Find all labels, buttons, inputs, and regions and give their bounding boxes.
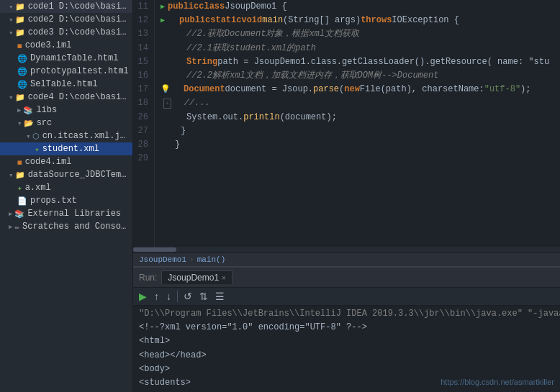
run-toolbar: ▶ ↑ ↓ ↺ ⇅ ☰	[133, 288, 560, 306]
code-hscroll[interactable]	[133, 247, 560, 252]
run-tab-close[interactable]: ×	[222, 274, 226, 282]
sidebar-item-code2[interactable]: 📁 code2 D:\code\basic-c	[0, 13, 132, 26]
sidebar-item-label: code4 D:\code\basic-c	[28, 92, 130, 102]
sidebar-item-label: props.txt	[30, 196, 77, 206]
warn-icon-17: 💡	[161, 83, 171, 96]
sidebar-item-label: SelTable.html	[30, 79, 98, 89]
run-arrow-11[interactable]: ▶	[161, 1, 165, 13]
code-line-17: 💡 Document document = Jsoup.parse(new Fi…	[161, 83, 560, 96]
iml-icon: ◼	[17, 41, 22, 50]
run-label: Run:	[139, 273, 157, 283]
folder-icon: 📁	[15, 170, 25, 180]
sidebar-item-a-xml[interactable]: ✦ a.xml	[0, 181, 132, 194]
code-line-15: String path = JsoupDemo1.class.getClassL…	[161, 55, 560, 69]
code-area: 11 12 13 14 15 16 17 18 26 27 28 29 ▶ pu…	[133, 0, 560, 247]
sidebar-item-student-xml[interactable]: ✦ student.xml	[0, 142, 132, 155]
code-line-28: }	[161, 138, 560, 152]
sidebar-item-cn-itcast[interactable]: ⬡ cn.itcast.xml.jsoup	[0, 129, 132, 142]
output-line-4: <body>	[139, 363, 554, 376]
line-numbers: 11 12 13 14 15 16 17 18 26 27 28 29	[133, 0, 155, 247]
output-line-3: <head></head>	[139, 349, 554, 363]
rerun-button[interactable]: ↺	[181, 289, 195, 304]
run-panel: Run: JsoupDemo1 × ▶ ↑ ↓ ↺ ⇅ ☰ "D:\\Progr…	[133, 266, 560, 392]
sidebar-item-libs[interactable]: 📚 libs	[0, 104, 132, 117]
sidebar-item-label: a.xml	[25, 183, 51, 193]
code-line-11: ▶ public class JsoupDemo1 {	[161, 0, 560, 14]
main-panel: 11 12 13 14 15 16 17 18 26 27 28 29 ▶ pu…	[133, 0, 560, 392]
code-line-14: //2.1获取student.xml的path	[161, 42, 560, 55]
sidebar-item-ext-libs[interactable]: 📚 External Libraries	[0, 207, 132, 220]
txt-icon: 📄	[17, 196, 27, 206]
sidebar-item-props-txt[interactable]: 📄 props.txt	[0, 194, 132, 207]
breadcrumb-sep: ›	[189, 255, 194, 264]
output-line-1: <!--?xml version="1.0" encoding="UTF-8" …	[139, 321, 554, 334]
toolbar-separator	[177, 291, 178, 302]
sidebar-item-label: prototypaltest.html	[30, 66, 129, 76]
run-tab-label: JsoupDemo1	[168, 273, 219, 283]
sidebar-item-datasource[interactable]: 📁 dataSource_JDBCTempl	[0, 168, 132, 181]
run-button[interactable]: ▶	[136, 289, 150, 304]
package-icon: ⬡	[32, 132, 40, 141]
sidebar-item-code4[interactable]: 📁 code4 D:\code\basic-c	[0, 91, 132, 104]
sidebar-item-label: student.xml	[42, 144, 99, 154]
sidebar-item-label: code4.iml	[25, 157, 72, 167]
folder-icon: 📁	[15, 15, 25, 24]
folder-icon: 📁	[15, 93, 25, 102]
code-hscroll-thumb[interactable]	[133, 247, 176, 252]
scroll-up-button[interactable]: ↑	[151, 289, 162, 304]
watermark: https://blog.csdn.net/asmartkiller	[441, 376, 554, 389]
folder-icon: 📁	[15, 2, 25, 12]
code-line-13: //2.获取Document对象，根据xml文档获取	[161, 27, 560, 41]
folder-icon: 📂	[24, 119, 34, 128]
code-line-18: + //...	[161, 96, 560, 110]
menu-button[interactable]: ☰	[212, 289, 227, 304]
sidebar-item-label: External Libraries	[27, 209, 121, 219]
sidebar-item-label: libs	[36, 105, 57, 115]
code-content[interactable]: ▶ public class JsoupDemo1 { ▶ public sta…	[155, 0, 560, 247]
sidebar-item-label: code1 D:\code\basic-c	[28, 1, 130, 12]
ext-libs-icon: 📚	[14, 209, 24, 219]
folder-icon: 📁	[15, 28, 25, 37]
xml-icon: ✦	[17, 183, 22, 193]
sidebar-item-dynamic-table[interactable]: 🌐 DynamicTable.html	[0, 52, 132, 65]
html-icon: 🌐	[17, 67, 27, 76]
code-line-27: }	[161, 124, 560, 138]
scroll-down-button[interactable]: ↓	[163, 289, 174, 304]
sort-button[interactable]: ⇅	[197, 289, 211, 304]
run-tab-jsoupdemo1[interactable]: JsoupDemo1 ×	[161, 270, 232, 284]
sidebar: 📁 code1 D:\code\basic-c 📁 code2 D:\code\…	[0, 0, 133, 392]
sidebar-item-label: DynamicTable.html	[30, 53, 118, 63]
code-editor: 11 12 13 14 15 16 17 18 26 27 28 29 ▶ pu…	[133, 0, 560, 266]
run-arrow-12[interactable]: ▶	[161, 15, 165, 27]
libs-icon: 📚	[23, 106, 33, 115]
iml-icon: ◼	[17, 158, 22, 167]
fold-icon-18[interactable]: +	[163, 99, 171, 109]
sidebar-item-prototypetest[interactable]: 🌐 prototypaltest.html	[0, 65, 132, 78]
sidebar-item-code3-iml[interactable]: ◼ code3.iml	[0, 39, 132, 52]
breadcrumb-bar: JsoupDemo1 › main()	[133, 252, 560, 266]
sidebar-item-label: code2 D:\code\basic-c	[28, 14, 130, 24]
scratches-icon: ✏	[14, 222, 19, 232]
breadcrumb-file[interactable]: JsoupDemo1	[139, 255, 186, 264]
sidebar-item-scratches[interactable]: ✏ Scratches and Consoles	[0, 220, 132, 233]
sidebar-item-code4-iml[interactable]: ◼ code4.iml	[0, 155, 132, 168]
output-line-0: "D:\\Program Files\\JetBrains\\IntelliJ …	[139, 307, 554, 321]
code-line-16: //2.2解析xml文档，加载文档进内存，获取DOM树-->Document	[161, 69, 560, 83]
sidebar-item-label: dataSource_JDBCTempl	[28, 170, 130, 180]
sidebar-item-label: Scratches and Consoles	[22, 222, 130, 232]
sidebar-item-label: src	[37, 118, 53, 128]
html-icon: 🌐	[17, 54, 27, 63]
sidebar-item-label: code3 D:\code\basic-c	[28, 27, 130, 37]
sidebar-item-code3[interactable]: 📁 code3 D:\code\basic-c	[0, 26, 132, 39]
code-line-29	[161, 152, 560, 165]
sidebar-item-src[interactable]: 📂 src	[0, 117, 132, 129]
run-output[interactable]: "D:\\Program Files\\JetBrains\\IntelliJ …	[133, 306, 560, 392]
html-icon: 🌐	[17, 80, 27, 89]
output-line-2: <html>	[139, 334, 554, 348]
breadcrumb-method[interactable]: main()	[197, 255, 226, 264]
code-line-26: System.out.println(document);	[161, 111, 560, 124]
sidebar-item-seltable[interactable]: 🌐 SelTable.html	[0, 78, 132, 91]
run-header: Run: JsoupDemo1 ×	[133, 268, 560, 288]
sidebar-item-code1[interactable]: 📁 code1 D:\code\basic-c	[0, 0, 132, 13]
xml-icon: ✦	[35, 145, 40, 154]
